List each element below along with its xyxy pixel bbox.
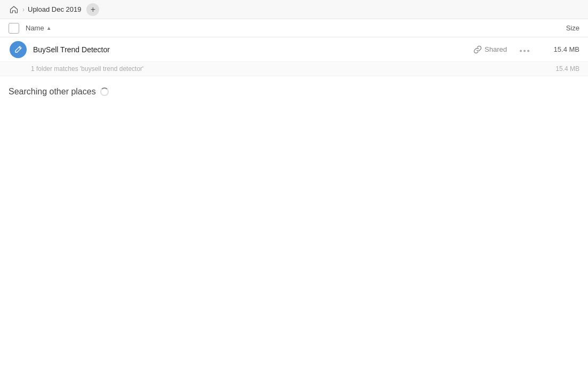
file-name: BuySell Trend Detector [33,45,473,54]
file-icon-wrap [9,40,28,59]
pen-icon [14,45,22,54]
svg-point-2 [527,50,529,52]
searching-section: Searching other places [0,76,588,107]
size-column-header: Size [537,24,579,32]
file-size: 15.4 MB [542,45,579,53]
more-options-button[interactable] [515,42,534,57]
home-icon [10,5,18,14]
file-row[interactable]: BuySell Trend Detector Shared 15.4 MB [0,37,588,62]
shared-label: Shared [485,45,507,53]
name-column-header[interactable]: Name ▲ [26,24,537,32]
svg-point-1 [523,50,526,52]
file-shared-indicator: Shared [473,45,507,54]
breadcrumb-label: Upload Dec 2019 [26,5,83,13]
select-all-checkbox[interactable] [9,23,19,34]
breadcrumb-bar: › Upload Dec 2019 + [0,0,588,19]
add-button[interactable]: + [86,3,99,16]
match-info-row: 1 folder matches 'buysell trend detector… [0,62,588,76]
link-icon [473,45,482,54]
searching-label: Searching other places [9,87,96,97]
column-header-row: Name ▲ Size [0,19,588,37]
match-size: 15.4 MB [555,65,579,73]
breadcrumb-chevron: › [22,6,25,13]
file-icon-circle [10,41,27,58]
more-options-icon [520,50,529,52]
loading-spinner [100,87,109,96]
match-text: 1 folder matches 'buysell trend detector… [31,65,143,73]
home-button[interactable] [6,2,21,17]
name-column-label: Name [26,24,44,32]
svg-point-0 [520,50,522,52]
sort-arrow-icon: ▲ [46,25,52,31]
